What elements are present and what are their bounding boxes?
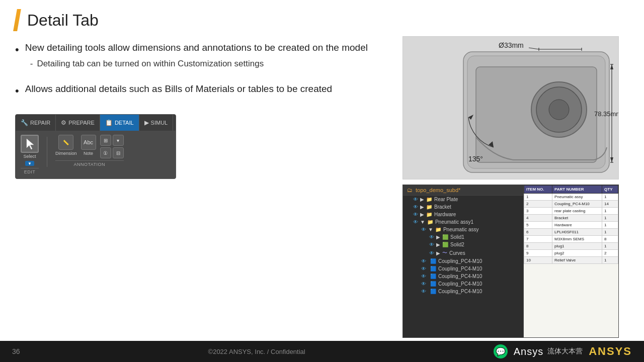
table-icon-2[interactable]: ▾ (113, 135, 124, 146)
select-dropdown[interactable]: ▼ (25, 161, 34, 166)
item-label: Bracket (434, 204, 451, 210)
bom-item-no: 2 (524, 201, 552, 208)
eye-icon: 👁 (421, 289, 426, 294)
tree-item-bracket[interactable]: 👁 ▶ 📁 Bracket (403, 203, 523, 211)
bom-item-no: 10 (524, 257, 552, 264)
table-icon-1[interactable]: ⊞ (100, 135, 111, 146)
tree-item-hardware[interactable]: 👁 ▶ 📁 Hardware (403, 211, 523, 218)
bom-qty: 1 (602, 243, 618, 250)
tab-prepare[interactable]: ⚙ PREPARE (56, 115, 100, 131)
bom-row-6: 6LPLH0SF0111 (524, 229, 618, 236)
eye-icon: 👁 (429, 234, 434, 240)
bullet-text-2: Allows additional details such as Bills … (25, 82, 332, 96)
left-panel: • New detailing tools allow dimensions a… (15, 36, 387, 338)
bom-qty: 8 (602, 236, 618, 243)
bom-part-number: plug2 (552, 250, 602, 257)
bom-header-part: PART NUMBER (552, 186, 602, 194)
eye-icon: 👁 (413, 197, 418, 202)
part-icon: 🟦 (430, 258, 436, 264)
tab-simul[interactable]: ▶ SIMUL (139, 115, 174, 131)
bom-panel: ITEM NO. PART NUMBER QTY 1Pneumatic assy… (524, 185, 618, 337)
bom-item-no: 4 (524, 215, 552, 222)
tech-drawing: Ø33mm 78.35mm 135° (403, 36, 619, 179)
bom-row-5: 5Hardware1 (524, 222, 618, 229)
bom-row-9: 9plug22 (524, 250, 618, 257)
tree-item-coupling-2[interactable]: 👁 🟦 Coupling_PC4-M10 (403, 265, 523, 273)
ui-tabs: 🔧 REPAIR ⚙ PREPARE 📋 DETAIL ▶ SIMUL (16, 115, 176, 131)
eye-icon: 👁 (429, 242, 434, 247)
bom-qty: 1 (602, 194, 618, 201)
tree-item-solid1[interactable]: 👁 ▶ 🟩 Solid1 (403, 233, 523, 241)
tree-item-pneumatic-assy1[interactable]: 👁 ▼ 📁 Pneumatic assy1 (403, 218, 523, 226)
expand-icon: ▼ (420, 219, 425, 225)
sub-item-1: - Detailing tab can be turned on within … (30, 58, 368, 70)
bom-row-1: 1Pneumatic assy1 (524, 194, 618, 201)
eye-icon: 👁 (429, 250, 434, 256)
tab-prepare-label: PREPARE (68, 120, 95, 126)
bom-part-number: plug1 (552, 243, 602, 250)
annotation-tools: 📏 Dimension Abc Note ⊞ ▾ (55, 135, 124, 158)
eye-icon: 👁 (413, 212, 418, 217)
expand-icon: ▶ (420, 212, 424, 217)
dimension-tool[interactable]: 📏 Dimension (55, 135, 77, 156)
eye-icon: 👁 (421, 266, 426, 272)
tab-repair[interactable]: 🔧 REPAIR (16, 115, 56, 131)
tree-item-coupling-4[interactable]: 👁 🟦 Coupling_PC4-M10 (403, 280, 523, 288)
bom-row-4: 4Bracket1 (524, 215, 618, 222)
tree-item-curves[interactable]: 👁 ▶ 〜 Curves (403, 248, 523, 257)
bom-item-no: 8 (524, 243, 552, 250)
ansys-brand-logo: ANSYS (589, 345, 632, 358)
copyright: ©2022 ANSYS, Inc. / Confidential (208, 348, 305, 355)
bom-row-8: 8plug11 (524, 243, 618, 250)
divider (47, 137, 47, 167)
folder-icon: 📁 (426, 204, 432, 210)
tree-item-coupling-5[interactable]: 👁 🟦 Coupling_PC4-M10 (403, 288, 523, 295)
curve-icon: 〜 (442, 249, 447, 256)
folder-icon: 📁 (427, 219, 433, 225)
note-tool[interactable]: Abc Note (81, 135, 96, 156)
detail-icon: 📋 (105, 119, 113, 126)
eye-icon: 👁 (413, 204, 418, 210)
tree-item-coupling-1[interactable]: 👁 🟦 Coupling_PC4-M10 (403, 257, 523, 265)
part-icon: 🟦 (430, 289, 436, 294)
item-label: Coupling_PC4-M10 (438, 258, 482, 264)
ui-toolbar: Select ▼ EDIT 📏 Dimension (16, 131, 176, 178)
bom-row-7: 7M3X8mm SEMS8 (524, 236, 618, 243)
bottom-bar: 36 ©2022 ANSYS, Inc. / Confidential 💬 An… (0, 341, 644, 362)
tab-detail[interactable]: 📋 DETAIL (100, 115, 139, 131)
bom-qty: 1 (602, 208, 618, 215)
ui-screenshot: 🔧 REPAIR ⚙ PREPARE 📋 DETAIL ▶ SIMUL (15, 114, 176, 179)
bom-part-number: rear plate casting (552, 208, 602, 215)
bullet-dot-2: • (15, 83, 19, 99)
bom-item-no: 9 (524, 250, 552, 257)
tree-item-pneumatic-assy[interactable]: 👁 ▼ 📁 Pneumatic assy (403, 226, 523, 233)
item-label: Coupling_PC4-M10 (438, 266, 482, 272)
select-tool[interactable]: Select ▼ (21, 135, 39, 166)
sub-list-1: - Detailing tab can be turned on within … (30, 58, 368, 70)
tree-item-rear-plate[interactable]: 👁 ▶ 📁 Rear Plate (403, 196, 523, 203)
repair-icon: 🔧 (21, 119, 28, 126)
bom-qty: 14 (602, 201, 618, 208)
tree-item-coupling-3[interactable]: 👁 🟦 Coupling_PC4-M10 (403, 273, 523, 280)
bom-qty: 1 (602, 222, 618, 229)
tree-item-solid2[interactable]: 👁 ▶ 🟩 Solid2 (403, 241, 523, 248)
folder-icon: 📁 (426, 197, 432, 202)
eye-icon: 👁 (421, 258, 426, 264)
bom-row-3: 3rear plate casting1 (524, 208, 618, 215)
part-icon: 🟦 (430, 274, 436, 279)
bom-part-number: Bracket (552, 215, 602, 222)
prepare-icon: ⚙ (61, 119, 66, 126)
expand-icon: ▶ (420, 197, 424, 202)
dimension-icon: 📏 (58, 135, 73, 150)
svg-point-7 (549, 100, 569, 120)
bom-qty: 2 (602, 250, 618, 257)
expand-icon: ▶ (436, 250, 440, 256)
branding: 💬 Ansys 流体大本营 ANSYS (494, 344, 632, 358)
circle-icon[interactable]: ① (100, 147, 111, 158)
grid-icon[interactable]: ⊟ (113, 147, 124, 158)
expand-icon: ▶ (436, 234, 440, 240)
bom-item-no: 6 (524, 229, 552, 236)
part-icon: 🟦 (430, 266, 436, 272)
bom-item-no: 7 (524, 236, 552, 243)
edit-group-label: EDIT (21, 168, 39, 174)
